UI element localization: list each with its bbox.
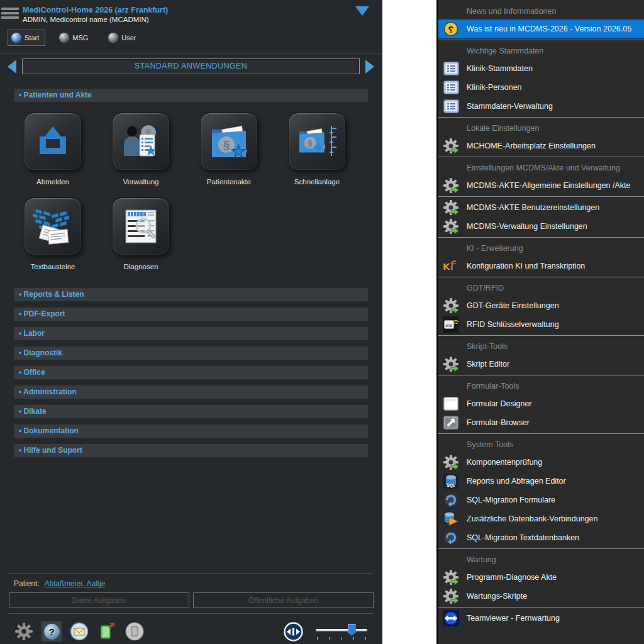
tile-diagnosen[interactable]: Diagnosen [112, 197, 170, 270]
category-bar-diagnostik[interactable]: Diagnostik [14, 347, 368, 360]
menu-item-konfiguration-ki-und-transkription[interactable]: KiKonfiguration KI und Transkription [438, 257, 644, 275]
settings-gear-icon[interactable] [14, 621, 34, 641]
tile-patientenakte[interactable]: §Patientenakte [200, 113, 258, 186]
menu-item-mchome-arbeitsplatz-einstellungen[interactable]: MCHOME-Arbeitsplatz Einstellungen [438, 136, 644, 155]
your-tasks-button[interactable]: Deine Aufgaben [9, 592, 189, 608]
menu-separator [438, 196, 644, 197]
menu-group-header-formular-tools: Formular-Tools [438, 377, 644, 394]
toolbar-icons: ? [14, 621, 145, 641]
tab-user[interactable]: User [104, 30, 142, 46]
next-group-arrow-icon[interactable] [365, 60, 374, 74]
category-bar-administration[interactable]: Administration [14, 386, 368, 399]
tile-label: Verwaltung [123, 178, 159, 186]
menu-item-komponentenpr-fung[interactable]: Komponentenprüfung [438, 453, 644, 472]
mail-icon[interactable] [69, 621, 89, 641]
gear-icon [443, 569, 459, 586]
menu-item-label: MCDMS-AKTE-Allgemeine Einstellungen /Akt… [467, 181, 631, 190]
menu-item-rfid-schl-sselverwaltung[interactable]: RFIDRFID Schlüsselverwaltung [438, 315, 644, 334]
menu-item-label: MCHOME-Arbeitsplatz Einstellungen [467, 142, 596, 150]
svg-text:SQL: SQL [447, 483, 455, 488]
list-icon [443, 60, 459, 77]
category-bar-hilfe-und-suport[interactable]: Hilfe und Suport [14, 444, 368, 457]
menu-item-klinik-stammdaten[interactable]: Klinik-Stammdaten [438, 59, 644, 78]
gear-icon [443, 177, 459, 194]
category-bar-reports-listen[interactable]: Reports & Listen [14, 288, 368, 301]
menu-item-zus-tzliche-datenbank-verbindungen[interactable]: Zusätzliche Datenbank-Verbindungen [438, 509, 644, 528]
svg-text:?: ? [448, 24, 453, 35]
tile-schnellanlage[interactable]: §Schnellanlage [288, 113, 346, 186]
menu-item-stammdaten-verwaltung[interactable]: Stammdaten-Verwaltung [438, 97, 644, 116]
divider [0, 53, 382, 53]
hamburger-menu-icon[interactable] [1, 6, 19, 21]
prev-group-arrow-icon[interactable] [8, 60, 16, 74]
menu-separator [438, 335, 644, 336]
bricks-documents-icon[interactable] [24, 197, 82, 255]
category-bar-office[interactable]: Office [14, 366, 368, 379]
radio-orb-icon [59, 33, 69, 43]
menu-item-was-ist-neu-in-mcdms-2026-version-2026-05[interactable]: ?Was ist neu in MCDMS-2026 - Version 202… [438, 19, 644, 38]
refresh-icon [443, 530, 459, 546]
menu-item-mcdms-akte-benutzereinstellungen[interactable]: MCDMS-AKTE Benutzereinstellungen [438, 198, 644, 217]
menu-item-formular-browser[interactable]: Formular-Browser [438, 413, 644, 432]
question-mark-glyph: ? [44, 624, 60, 640]
category-bar-patienten-und-akte[interactable]: Patienten und Akte [14, 89, 368, 102]
tile-verwaltung[interactable]: §Verwaltung [112, 113, 170, 186]
tab-msg[interactable]: MSG [55, 30, 94, 46]
zoom-slider[interactable] [316, 622, 367, 641]
tile-label: Schnellanlage [294, 178, 340, 186]
menu-separator [438, 157, 644, 157]
patient-name-link[interactable]: Ablaßmeier, Aaltje [45, 579, 106, 588]
svg-text:RFID: RFID [446, 325, 453, 328]
menu-item-label: MCDMS-Verwaltung Einstellungen [467, 222, 587, 231]
bottom-toolbar: ? [0, 614, 382, 644]
menu-item-label: Formular Designer [467, 399, 532, 408]
menu-item-formular-designer[interactable]: Formular Designer [438, 394, 644, 413]
folder-tree-icon[interactable]: § [288, 113, 346, 170]
slider-track[interactable] [316, 629, 367, 631]
menu-item-label: Reports und Abfragen Editor [467, 477, 566, 486]
category-bar-dokumentation[interactable]: Dokumentation [14, 425, 368, 438]
menu-group-header-ki-erweiterung: KI - Erweiterung [438, 239, 644, 257]
menu-item-mcdms-akte-allgemeine-einstellungen-akte[interactable]: MCDMS-AKTE-Allgemeine Einstellungen /Akt… [438, 176, 644, 195]
logout-exit-icon[interactable] [97, 621, 117, 641]
menu-item-sql-migration-formulare[interactable]: SQL-Migration Formulare [438, 491, 644, 509]
splitter-toggle-icon[interactable] [283, 621, 303, 641]
eject-icon[interactable] [24, 113, 82, 170]
menu-item-label: Teamviewer - Fernwartung [467, 614, 560, 623]
category-bar-label: Dikate [24, 407, 47, 416]
public-tasks-button[interactable]: Öffentliche Aufgaben [193, 592, 374, 608]
table-magnifier-icon[interactable] [112, 197, 170, 255]
menu-item-mcdms-verwaltung-einstellungen[interactable]: MCDMS-Verwaltung Einstellungen [438, 217, 644, 236]
help-icon[interactable]: ? [42, 621, 62, 641]
menu-item-label: Klinik-Personen [467, 83, 522, 92]
app-group-title[interactable]: STANDARD ANWENDUNGEN [22, 58, 360, 74]
window-header: MediControl-Home 2026 (arz Frankfurt) AD… [0, 0, 382, 23]
menu-item-label: Komponentenprüfung [467, 458, 542, 467]
category-bar-labor[interactable]: Labor [14, 327, 368, 340]
menu-item-wartungs-skripte[interactable]: Wartungs-Skripte [438, 587, 644, 606]
collapse-panel-icon[interactable] [355, 6, 369, 16]
folder-paragraph-icon[interactable]: § [200, 113, 258, 170]
person-clipboard-icon[interactable]: § [112, 113, 170, 170]
tile-label: Textbausteine [31, 263, 75, 270]
slider-handle[interactable] [348, 624, 356, 636]
radio-orb-icon [108, 33, 118, 43]
category-bar-dikate[interactable]: Dikate [14, 405, 368, 418]
menu-separator [438, 433, 644, 434]
menu-item-programm-diagnose-akte[interactable]: Programm-Diagnose Akte [438, 568, 644, 587]
category-bar-label: Labor [24, 329, 45, 338]
menu-item-klinik-personen[interactable]: Klinik-Personen [438, 78, 644, 97]
menu-item-reports-und-abfragen-editor[interactable]: SQLReports und Abfragen Editor [438, 472, 644, 491]
gear-icon [443, 454, 459, 470]
tile-abmelden[interactable]: Abmelden [24, 113, 82, 186]
menu-item-skript-editor[interactable]: Skript Editor [438, 355, 644, 374]
menu-item-label: Klinik-Stammdaten [467, 64, 533, 73]
menu-item-sql-migration-textdatenbanken[interactable]: SQL-Migration Textdatenbanken [438, 528, 644, 547]
tile-textbausteine[interactable]: Textbausteine [24, 197, 82, 270]
category-bar-pdf-export[interactable]: PDF-Export [14, 308, 368, 321]
menu-item-gdt-ger-te-einstellungen[interactable]: GDT-Geräte Einstellungen [438, 296, 644, 315]
tab-start[interactable]: Start [8, 30, 45, 46]
menu-separator [438, 375, 644, 375]
menu-item-teamviewer-fernwartung[interactable]: Teamviewer - Fernwartung [438, 609, 644, 628]
menu-item-label: Zusätzliche Datenbank-Verbindungen [467, 514, 597, 523]
